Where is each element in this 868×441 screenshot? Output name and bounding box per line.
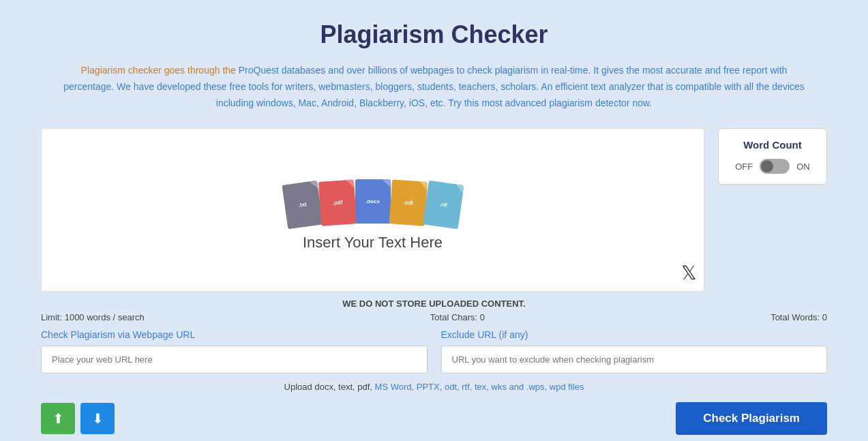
- word-count-title: Word Count: [732, 139, 813, 151]
- webpage-url-group: Check Plagiarism via Webpage URL: [41, 329, 428, 374]
- file-icon-odt: .odt: [389, 179, 427, 226]
- insert-text-label: Insert Your Text Here: [303, 234, 443, 252]
- total-chars-label: Total Chars:: [430, 312, 477, 322]
- webpage-url-input[interactable]: [41, 346, 428, 374]
- cursor-icon: 𝕏: [681, 262, 697, 284]
- upload-file-button[interactable]: ⬆: [41, 403, 75, 434]
- page-title: Plagiarism Checker: [41, 20, 827, 49]
- main-content-row: .txt .pdf .docx .odt .rtf Insert Your Te…: [41, 128, 827, 292]
- upload-buttons: ⬆ ⬇: [41, 403, 115, 434]
- file-icon-txt: .txt: [282, 181, 323, 230]
- description-text-orange: Plagiarism checker goes through the: [81, 65, 239, 76]
- file-icon-rtf: .rtf: [423, 181, 464, 230]
- toggle-off-label: OFF: [735, 162, 753, 172]
- exclude-url-input[interactable]: [441, 346, 828, 374]
- exclude-url-group: Exclude URL (if any): [441, 329, 828, 374]
- total-words-value: 0: [822, 312, 827, 322]
- limit-text: Limit: 1000 words / search: [41, 312, 145, 322]
- toggle-row: OFF ON: [732, 159, 813, 174]
- no-store-notice: WE DO NOT STORE UPLOADED CONTENT.: [41, 299, 827, 309]
- total-chars-value: 0: [480, 312, 485, 322]
- total-chars: Total Chars: 0: [430, 312, 485, 322]
- dropbox-button[interactable]: ⬇: [80, 403, 115, 434]
- upload-icon: ⬆: [53, 410, 64, 427]
- stats-row: Limit: 1000 words / search Total Chars: …: [41, 312, 827, 322]
- file-icons: .txt .pdf .docx .odt .rtf: [284, 169, 462, 224]
- description-green: Try this most advanced plagiarism detect…: [448, 97, 652, 108]
- total-words: Total Words: 0: [770, 312, 827, 322]
- upload-info: Upload docx, text, pdf, MS Word, PPTX, o…: [41, 382, 827, 392]
- toggle-on-label: ON: [796, 162, 810, 172]
- page-wrapper: Plagiarism Checker Plagiarism checker go…: [0, 0, 868, 441]
- total-words-label: Total Words:: [770, 312, 820, 322]
- exclude-url-label: Exclude URL (if any): [441, 329, 828, 340]
- url-section: Check Plagiarism via Webpage URL Exclude…: [41, 329, 827, 374]
- webpage-url-label: Check Plagiarism via Webpage URL: [41, 329, 428, 340]
- toggle-knob: [761, 160, 773, 172]
- dropbox-icon: ⬇: [92, 410, 104, 427]
- file-icon-docx: .docx: [355, 179, 391, 224]
- file-icon-pdf: .pdf: [318, 179, 356, 226]
- description: Plagiarism checker goes through the ProQ…: [59, 63, 809, 111]
- text-area-section[interactable]: .txt .pdf .docx .odt .rtf Insert Your Te…: [41, 128, 704, 292]
- bottom-bar: ⬆ ⬇ Check Plagiarism: [41, 402, 827, 441]
- word-count-box: Word Count OFF ON: [718, 128, 827, 185]
- check-plagiarism-button[interactable]: Check Plagiarism: [676, 402, 827, 435]
- word-count-toggle[interactable]: [760, 159, 790, 174]
